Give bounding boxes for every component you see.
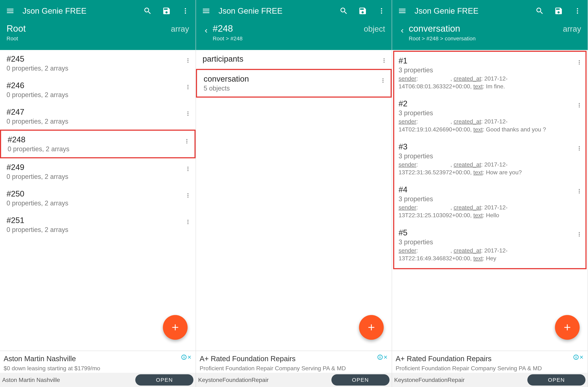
ad-info-icon[interactable]: i — [378, 355, 383, 360]
item-title: #3 — [399, 142, 573, 151]
ad-info-icon[interactable]: i — [573, 355, 579, 360]
item-subtitle: 3 properties — [399, 238, 573, 246]
item-title: #2 — [399, 99, 573, 108]
list: #13 propertiessender: , created_at: 2017… — [394, 52, 586, 267]
item-overflow-icon[interactable] — [184, 81, 192, 90]
search-icon[interactable] — [339, 6, 349, 16]
list-item[interactable]: conversation5 objects — [196, 69, 392, 98]
item-overflow-icon[interactable] — [575, 185, 583, 194]
back-icon[interactable] — [203, 25, 210, 37]
item-subtitle: 3 properties — [399, 152, 573, 160]
type-label: array — [563, 24, 581, 33]
svg-point-17 — [188, 170, 189, 171]
sub-header: conversation Root > #248 > conversation … — [392, 22, 588, 50]
ad-headline[interactable]: A+ Rated Foundation Repairs — [396, 355, 573, 363]
list-item[interactable]: #2500 properties, 2 arrays — [0, 185, 196, 211]
svg-point-15 — [188, 167, 189, 168]
list-item[interactable]: #2470 properties, 2 arrays — [0, 103, 196, 130]
list-item[interactable]: #2490 properties, 2 arrays — [0, 158, 196, 185]
content-list[interactable]: #13 propertiessender: , created_at: 2017… — [392, 50, 588, 351]
item-overflow-icon[interactable] — [184, 54, 192, 64]
app-bar: Json Genie FREE — [0, 0, 196, 22]
list-item[interactable]: #2460 properties, 2 arrays — [0, 76, 196, 103]
item-detail: sender: , created_at: 2017-12-13T22:31:3… — [399, 161, 573, 176]
svg-point-23 — [188, 223, 189, 224]
menu-icon[interactable] — [5, 6, 15, 16]
ad-close-icon[interactable] — [383, 355, 388, 360]
content-list[interactable]: participantsconversation5 objects — [196, 50, 392, 351]
fab-add[interactable] — [359, 315, 384, 340]
list-item[interactable]: #2510 properties, 2 arrays — [0, 211, 196, 238]
svg-point-31 — [382, 80, 383, 81]
overflow-icon[interactable] — [180, 6, 190, 16]
ad-open-button[interactable]: OPEN — [527, 374, 586, 386]
item-title: #246 — [6, 81, 182, 90]
item-title: #251 — [6, 216, 182, 225]
list-item[interactable]: #43 propertiessender: , created_at: 2017… — [394, 181, 586, 224]
ad-headline[interactable]: A+ Rated Foundation Repairs — [200, 355, 377, 363]
back-icon[interactable] — [399, 25, 406, 37]
svg-point-29 — [383, 62, 385, 63]
ad-info-icon[interactable]: i — [181, 355, 187, 360]
overflow-icon[interactable] — [377, 6, 387, 16]
ad-headline[interactable]: Aston Martin Nashville — [4, 355, 181, 363]
item-overflow-icon[interactable] — [183, 135, 191, 144]
item-overflow-icon[interactable] — [184, 189, 192, 198]
breadcrumb: Root — [6, 35, 168, 42]
search-icon[interactable] — [535, 6, 545, 16]
fab-add[interactable] — [163, 315, 188, 340]
item-subtitle: 3 properties — [399, 195, 573, 203]
fab-add[interactable] — [555, 315, 580, 340]
ad-open-button[interactable]: OPEN — [331, 374, 390, 386]
svg-point-19 — [188, 195, 189, 196]
item-overflow-icon[interactable] — [184, 216, 192, 225]
svg-point-2 — [185, 12, 186, 14]
app-title: Json Genie FREE — [218, 6, 331, 15]
save-icon[interactable] — [357, 6, 368, 16]
item-title: #1 — [399, 56, 573, 65]
svg-point-3 — [188, 58, 189, 59]
item-title: #4 — [399, 185, 573, 194]
svg-point-36 — [579, 60, 580, 61]
ad-close-icon[interactable] — [187, 355, 192, 360]
overflow-icon[interactable] — [572, 6, 583, 16]
svg-point-33 — [577, 8, 578, 9]
item-overflow-icon[interactable] — [575, 99, 583, 108]
item-subtitle: 0 properties, 2 arrays — [6, 65, 182, 72]
svg-point-30 — [382, 78, 383, 79]
save-icon[interactable] — [553, 6, 564, 16]
search-icon[interactable] — [143, 6, 153, 16]
item-overflow-icon[interactable] — [575, 142, 583, 151]
item-overflow-icon[interactable] — [379, 74, 387, 83]
pane-object: Json Genie FREE #248 Root > #248 object … — [196, 0, 392, 387]
node-title: #248 — [213, 24, 361, 34]
svg-point-41 — [579, 107, 580, 108]
svg-point-16 — [188, 168, 189, 169]
list-item[interactable]: #23 propertiessender: , created_at: 2017… — [394, 95, 586, 137]
item-detail: sender: , created_at: 2017-12-13T22:31:2… — [399, 204, 573, 219]
node-title: conversation — [409, 24, 560, 34]
svg-point-0 — [185, 8, 186, 9]
list-item[interactable]: #2450 properties, 2 arrays — [0, 50, 196, 76]
list-item[interactable]: participants — [196, 50, 392, 69]
content-list[interactable]: #2450 properties, 2 arrays#2460 properti… — [0, 50, 196, 351]
list-item[interactable]: #33 propertiessender: , created_at: 2017… — [394, 138, 586, 181]
list-item[interactable]: #2480 properties, 2 arrays — [0, 130, 196, 158]
item-detail: sender: , created_at: 2017-12-14T02:19:1… — [399, 118, 573, 133]
item-overflow-icon[interactable] — [575, 56, 583, 65]
item-overflow-icon[interactable] — [575, 228, 583, 237]
menu-icon[interactable] — [201, 6, 211, 16]
save-icon[interactable] — [161, 6, 172, 16]
list-item[interactable]: #13 propertiessender: , created_at: 2017… — [394, 52, 586, 95]
ad-open-button[interactable]: OPEN — [135, 374, 193, 386]
menu-icon[interactable] — [397, 6, 407, 16]
item-overflow-icon[interactable] — [184, 163, 192, 172]
item-title: conversation — [204, 74, 377, 83]
node-title: Root — [6, 24, 168, 34]
item-overflow-icon[interactable] — [184, 107, 192, 116]
item-overflow-icon[interactable] — [380, 54, 388, 64]
ad-close-icon[interactable] — [579, 355, 584, 360]
item-subtitle: 0 properties, 2 arrays — [8, 145, 181, 153]
sub-header: Root Root array — [0, 22, 196, 50]
list-item[interactable]: #53 propertiessender: , created_at: 2017… — [394, 224, 586, 267]
